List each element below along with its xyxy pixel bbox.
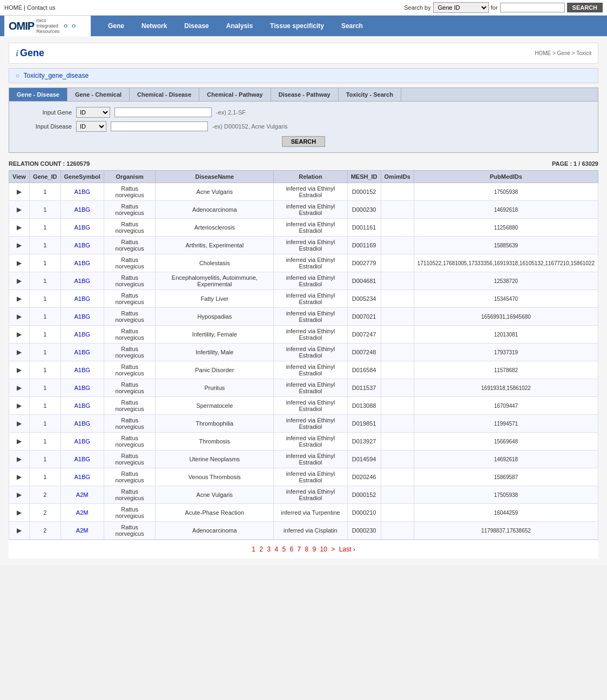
contact-link[interactable]: Contact us	[27, 4, 56, 11]
tab-gene-chemical[interactable]: Gene - Chemical	[68, 88, 130, 101]
gene-symbol-link[interactable]: A2M	[76, 527, 89, 534]
cell-disease-name: Acne Vulgaris	[156, 183, 274, 201]
nav-tissue-specificity[interactable]: Tissue specificity	[261, 17, 333, 35]
gene-symbol-link[interactable]: A1BG	[74, 349, 90, 355]
view-arrow-btn[interactable]: ▶	[16, 188, 23, 196]
cell-disease-name: Hypospadias	[156, 308, 274, 326]
nav-search[interactable]: Search	[333, 17, 372, 35]
view-arrow-btn[interactable]: ▶	[16, 402, 23, 409]
tab-chemical-pathway[interactable]: Chemical - Pathway	[199, 88, 271, 101]
table-row: ▶ 1 A1BG Rattus norvegicus Spermatocele …	[9, 397, 598, 415]
cell-disease-name: Acne Vulgaris	[156, 486, 274, 504]
form-search-button[interactable]: SEARCH	[282, 136, 325, 147]
cell-gene-symbol: A1BG	[60, 468, 104, 486]
col-relation: Relation	[274, 171, 347, 183]
input-gene-type[interactable]: ID Symbol	[76, 107, 110, 118]
gene-symbol-link[interactable]: A2M	[76, 492, 89, 498]
view-arrow-btn[interactable]: ▶	[16, 491, 23, 499]
gene-symbol-link[interactable]: A1BG	[74, 367, 90, 373]
search-type-select[interactable]: Gene ID Gene Symbol Disease Name	[433, 2, 489, 13]
top-search-button[interactable]: SEARCH	[567, 3, 603, 12]
input-gene-field[interactable]	[114, 107, 212, 117]
cell-omim-ids	[381, 272, 414, 290]
gene-symbol-link[interactable]: A1BG	[74, 420, 90, 427]
page-10[interactable]: 10	[320, 546, 327, 553]
cell-disease-name: Infertility, Male	[156, 344, 274, 361]
cell-organism: Rattus norvegicus	[104, 468, 156, 486]
view-arrow-btn[interactable]: ▶	[16, 295, 23, 302]
nav-network[interactable]: Network	[133, 17, 176, 35]
gene-symbol-link[interactable]: A1BG	[74, 402, 90, 409]
view-arrow-btn[interactable]: ▶	[16, 259, 23, 267]
gene-symbol-link[interactable]: A1BG	[74, 278, 90, 284]
cell-gene-symbol: A1BG	[60, 361, 104, 379]
page-5[interactable]: 5	[282, 546, 286, 553]
page-3[interactable]: 3	[267, 546, 271, 553]
top-search-input[interactable]	[500, 3, 565, 12]
gene-symbol-link[interactable]: A1BG	[74, 189, 90, 195]
view-arrow-btn[interactable]: ▶	[16, 420, 23, 427]
gene-symbol-link[interactable]: A1BG	[74, 242, 90, 248]
gene-symbol-link[interactable]: A1BG	[74, 438, 90, 445]
input-disease-field[interactable]	[111, 122, 208, 131]
view-arrow-btn[interactable]: ▶	[16, 348, 23, 356]
cell-relation: inferred via Ethinyl Estradiol	[274, 415, 347, 433]
view-arrow-btn[interactable]: ▶	[16, 331, 23, 338]
gene-symbol-link[interactable]: A1BG	[74, 295, 90, 302]
cell-organism: Rattus norvegicus	[104, 254, 156, 272]
cell-view: ▶	[9, 379, 30, 397]
cell-organism: Rattus norvegicus	[104, 290, 156, 308]
page-7[interactable]: 7	[298, 546, 301, 553]
page-6[interactable]: 6	[289, 546, 293, 553]
page-8[interactable]: 8	[305, 546, 309, 553]
cell-gene-id: 1	[29, 183, 60, 201]
tab-toxicity-search[interactable]: Toxicity - Search	[339, 88, 401, 101]
view-arrow-btn[interactable]: ▶	[16, 366, 23, 374]
view-arrow-btn[interactable]: ▶	[16, 473, 23, 481]
view-arrow-btn[interactable]: ▶	[16, 527, 23, 534]
gene-symbol-link[interactable]: A1BG	[74, 456, 90, 462]
view-arrow-btn[interactable]: ▶	[16, 241, 23, 249]
cell-gene-id: 1	[29, 308, 60, 326]
tab-gene-disease[interactable]: Gene - Disease	[9, 88, 68, 101]
page-next[interactable]: >	[331, 546, 335, 553]
top-search-bar: Search by Gene ID Gene Symbol Disease Na…	[404, 2, 603, 13]
cell-gene-id: 1	[29, 450, 60, 468]
view-arrow-btn[interactable]: ▶	[16, 437, 23, 445]
gene-symbol-link[interactable]: A1BG	[74, 313, 90, 320]
cell-relation: inferred via Ethinyl Estradiol	[274, 397, 347, 415]
view-arrow-btn[interactable]: ▶	[16, 224, 23, 231]
nav-analysis[interactable]: Analysis	[218, 17, 261, 35]
page-last[interactable]: Last ›	[339, 546, 355, 553]
cell-relation: inferred via Ethinyl Estradiol	[274, 254, 347, 272]
gene-symbol-link[interactable]: A1BG	[74, 224, 90, 231]
view-arrow-btn[interactable]: ▶	[16, 313, 23, 320]
cell-relation: inferred via Ethinyl Estradiol	[274, 201, 347, 219]
cell-organism: Rattus norvegicus	[104, 344, 156, 361]
input-disease-type[interactable]: ID Name	[76, 121, 106, 132]
nav-disease[interactable]: Disease	[176, 17, 217, 35]
view-arrow-btn[interactable]: ▶	[16, 277, 23, 285]
gene-symbol-link[interactable]: A1BG	[74, 206, 90, 213]
tab-disease-pathway[interactable]: Disease - Pathway	[271, 88, 339, 101]
page-1[interactable]: 1	[252, 546, 255, 553]
view-arrow-btn[interactable]: ▶	[16, 509, 23, 516]
gene-symbol-link[interactable]: A1BG	[74, 331, 90, 338]
home-link[interactable]: HOME	[4, 4, 22, 11]
gene-symbol-link[interactable]: A1BG	[74, 260, 90, 266]
page-9[interactable]: 9	[313, 546, 316, 553]
cell-mesh-id: D000152	[347, 183, 381, 201]
gene-symbol-link[interactable]: A1BG	[74, 474, 90, 480]
gene-symbol-link[interactable]: A2M	[76, 509, 89, 516]
page-2[interactable]: 2	[259, 546, 263, 553]
gene-symbol-link[interactable]: A1BG	[74, 385, 90, 391]
input-disease-hint: -ex) D000152, Acne Vulgaris	[212, 123, 288, 130]
tab-chemical-disease[interactable]: Chemical - Disease	[130, 88, 199, 101]
cell-mesh-id: D016584	[347, 361, 381, 379]
nav-gene[interactable]: Gene	[99, 17, 133, 35]
view-arrow-btn[interactable]: ▶	[16, 206, 23, 213]
page-4[interactable]: 4	[274, 546, 278, 553]
cell-view: ▶	[9, 468, 30, 486]
view-arrow-btn[interactable]: ▶	[16, 455, 23, 463]
view-arrow-btn[interactable]: ▶	[16, 384, 23, 392]
